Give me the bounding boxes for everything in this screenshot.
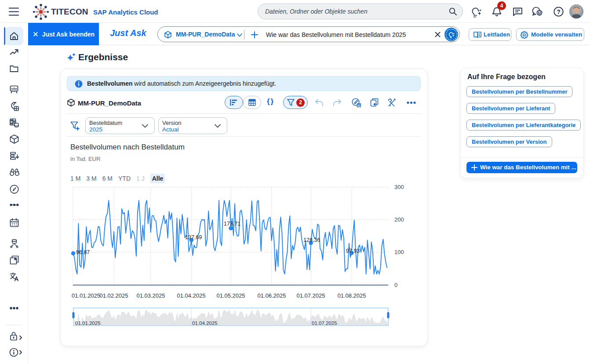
svg-text:01.05.2025: 01.05.2025 — [216, 292, 245, 299]
svg-text:01.07.2025: 01.07.2025 — [312, 320, 337, 326]
svg-text:01.03.2025: 01.03.2025 — [136, 292, 165, 299]
svg-text:01.08.2025: 01.08.2025 — [337, 292, 366, 299]
svg-text:01.01.2025: 01.01.2025 — [72, 292, 100, 299]
svg-text:01.07.2025: 01.07.2025 — [296, 292, 325, 299]
svg-text:300: 300 — [394, 184, 404, 190]
svg-text:01.02.2025: 01.02.2025 — [99, 292, 128, 299]
svg-text:96,87: 96,87 — [76, 249, 90, 255]
svg-text:0: 0 — [394, 282, 397, 288]
svg-text:137,69: 137,69 — [185, 234, 202, 240]
svg-text:200: 200 — [394, 216, 404, 223]
svg-text:128,36: 128,36 — [303, 237, 320, 243]
svg-text:01.04.2025: 01.04.2025 — [177, 292, 205, 299]
svg-text:01.01.2025: 01.01.2025 — [75, 320, 101, 326]
svg-text:97,93: 97,93 — [346, 248, 360, 254]
svg-text:?: ? — [557, 8, 561, 15]
svg-text:173,71: 173,71 — [224, 221, 240, 227]
svg-text:01.04.2025: 01.04.2025 — [192, 320, 218, 326]
svg-text:100: 100 — [394, 249, 404, 255]
svg-text:01.06.2025: 01.06.2025 — [257, 292, 286, 299]
